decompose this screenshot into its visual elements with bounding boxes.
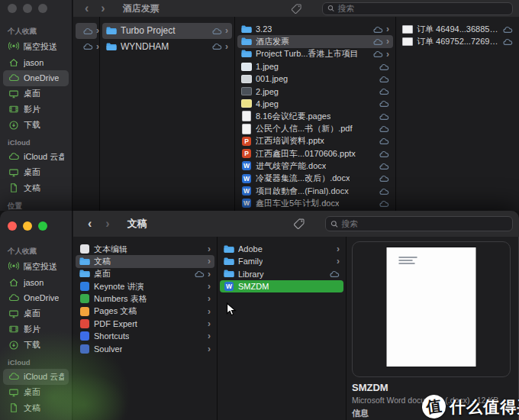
file-name: 进气歧管产能.docx bbox=[256, 160, 326, 172]
file-row[interactable]: Soulver› bbox=[76, 342, 214, 354]
sidebar-item-label: iCloud 云盘 bbox=[24, 371, 64, 383]
file-row[interactable]: W进气歧管产能.docx bbox=[237, 160, 393, 172]
file-row[interactable]: P江西鑫田车...0170606.pptx bbox=[237, 147, 393, 160]
mouse-cursor bbox=[226, 302, 237, 320]
file-row[interactable]: 文稿› bbox=[76, 255, 214, 267]
file-row[interactable]: W鑫田车业5年计划.docx bbox=[237, 197, 393, 209]
file-row[interactable]: 订单 46494...3688571.pdf bbox=[398, 23, 517, 35]
file-row[interactable]: Shortcuts› bbox=[76, 330, 214, 342]
file-row[interactable]: PDF Expert› bbox=[76, 318, 214, 330]
search-input[interactable] bbox=[338, 219, 508, 228]
sidebar-item-label: jason bbox=[24, 278, 44, 287]
forward-button[interactable]: › bbox=[97, 2, 108, 15]
chevron-right-icon: › bbox=[386, 50, 389, 59]
chevron-right-icon: › bbox=[225, 26, 228, 35]
sidebar-item[interactable]: 隔空投送 bbox=[3, 259, 69, 275]
file-name: 3.23 bbox=[256, 24, 272, 34]
file-row[interactable]: 订单 469752...726942.pdf bbox=[398, 35, 517, 47]
minimize-button[interactable] bbox=[23, 221, 32, 231]
back-button[interactable]: ‹ bbox=[81, 2, 92, 15]
word-file-icon: W bbox=[224, 282, 234, 292]
sidebar-item[interactable]: 桌面 bbox=[3, 165, 69, 181]
sidebar-item[interactable]: 下载 bbox=[3, 338, 69, 354]
search-field bbox=[325, 216, 513, 231]
file-row[interactable]: Numbers 表格› bbox=[76, 292, 214, 305]
sidebar-item[interactable]: OneDrive bbox=[3, 70, 69, 86]
close-button[interactable] bbox=[8, 221, 17, 231]
file-row[interactable]: 桌面› bbox=[76, 268, 214, 280]
file-row[interactable]: Adobe› bbox=[220, 243, 343, 255]
column-documents: 文本编辑›文稿›桌面›Keynote 讲演›Numbers 表格›Pages 文… bbox=[73, 237, 218, 420]
file-row[interactable]: WYNDHAM› bbox=[102, 39, 232, 55]
file-name: WYNDHAM bbox=[121, 41, 169, 52]
zoom-button[interactable] bbox=[38, 221, 47, 231]
file-name: Pages 文稿 bbox=[94, 305, 137, 317]
file-row[interactable]: P江西培训资料.pptx bbox=[237, 135, 393, 147]
sidebar-section-header: 个人收藏 bbox=[0, 241, 72, 259]
sidebar-item[interactable]: 桌面 bbox=[3, 385, 69, 401]
preview-pane: SMZDM Microsoft Word document (.docx) - … bbox=[347, 237, 519, 420]
file-name: 江西培训资料.pptx bbox=[256, 135, 324, 147]
file-row[interactable]: 001.jpeg bbox=[237, 73, 393, 85]
file-row[interactable]: WSMZDM bbox=[220, 280, 343, 292]
sidebar-item[interactable]: 下载 bbox=[3, 118, 69, 134]
sidebar-item[interactable]: 文稿 bbox=[3, 400, 69, 416]
file-row[interactable]: 8.16会议纪要.pages bbox=[237, 110, 393, 122]
folder-icon bbox=[224, 257, 234, 267]
cloud-icon bbox=[8, 292, 19, 304]
file-row-fragment[interactable]: › bbox=[76, 39, 97, 55]
column-projects: Turbo Project›WYNDHAM› bbox=[100, 17, 235, 211]
pdf-thumbnail-icon bbox=[402, 37, 413, 47]
file-row[interactable]: Library bbox=[220, 268, 343, 280]
file-row[interactable]: Keynote 讲演› bbox=[76, 280, 214, 292]
sidebar-item[interactable]: iCloud 云盘 bbox=[3, 149, 69, 165]
file-name: PDF Expert bbox=[94, 319, 137, 328]
close-button[interactable] bbox=[8, 4, 17, 13]
forward-button[interactable]: › bbox=[102, 218, 113, 230]
sidebar-item-label: 桌面 bbox=[24, 88, 40, 99]
file-name: 江西鑫田车...0170606.pptx bbox=[256, 148, 356, 160]
back-button[interactable]: ‹ bbox=[84, 218, 95, 230]
file-row-fragment[interactable]: › bbox=[76, 23, 97, 39]
search-input[interactable] bbox=[334, 4, 508, 13]
file-row[interactable]: W项目啟動會...(Final).docx bbox=[237, 185, 393, 197]
file-row[interactable]: 2.jpeg bbox=[237, 85, 393, 97]
preview-file-name: SMZDM bbox=[352, 382, 388, 393]
sidebar-item[interactable]: 影片 bbox=[3, 321, 69, 338]
file-row[interactable]: 3.23› bbox=[237, 23, 393, 35]
sidebar-item[interactable]: OneDrive bbox=[3, 290, 69, 306]
sidebar-item[interactable]: iCloud 云盘 bbox=[3, 369, 69, 385]
sidebar-item-label: 隔空投送 bbox=[24, 41, 57, 53]
minimize-button[interactable] bbox=[23, 4, 32, 13]
document-thumbnail[interactable] bbox=[387, 247, 476, 367]
sidebar-item[interactable]: jason bbox=[3, 275, 69, 291]
file-name: 冷凝器集流...改后）.docx bbox=[256, 173, 350, 184]
tag-icon[interactable] bbox=[291, 3, 302, 15]
sidebar-item-label: OneDrive bbox=[24, 73, 59, 82]
sidebar-item[interactable]: 隔空投送 bbox=[3, 39, 69, 55]
file-row[interactable]: 4.jpeg bbox=[237, 98, 393, 110]
file-row[interactable]: 公民个人信...书（新）.pdf bbox=[237, 122, 393, 134]
file-row[interactable]: 文本编辑› bbox=[76, 243, 214, 255]
file-row[interactable]: Family› bbox=[220, 255, 343, 267]
sidebar-item[interactable]: jason bbox=[3, 55, 69, 71]
file-row[interactable]: Project Turb...香港上市项目› bbox=[237, 48, 393, 60]
sidebar-item[interactable]: 影片 bbox=[3, 102, 69, 118]
file-row[interactable]: W冷凝器集流...改后）.docx bbox=[237, 173, 393, 185]
file-row[interactable]: 1.jpeg bbox=[237, 60, 393, 73]
file-name: Library bbox=[238, 270, 264, 279]
file-row[interactable]: 酒店发票› bbox=[237, 35, 393, 47]
sidebar-item[interactable]: 桌面 bbox=[3, 306, 69, 322]
file-row[interactable]: Turbo Project› bbox=[102, 23, 232, 39]
file-name: Project Turb...香港上市项目 bbox=[256, 48, 358, 60]
sidebar-item-label: iCloud 云盘 bbox=[24, 151, 64, 163]
zoom-button[interactable] bbox=[38, 4, 47, 13]
tag-icon[interactable] bbox=[293, 218, 305, 230]
sidebar-item[interactable]: 文稿 bbox=[3, 180, 69, 196]
sidebar-item[interactable]: 桌面 bbox=[3, 86, 69, 102]
folder-icon bbox=[106, 26, 117, 36]
document-file-icon bbox=[241, 111, 252, 121]
file-row[interactable]: Pages 文稿› bbox=[76, 305, 214, 317]
file-name: Soulver bbox=[94, 344, 122, 354]
folder-icon bbox=[106, 41, 117, 51]
